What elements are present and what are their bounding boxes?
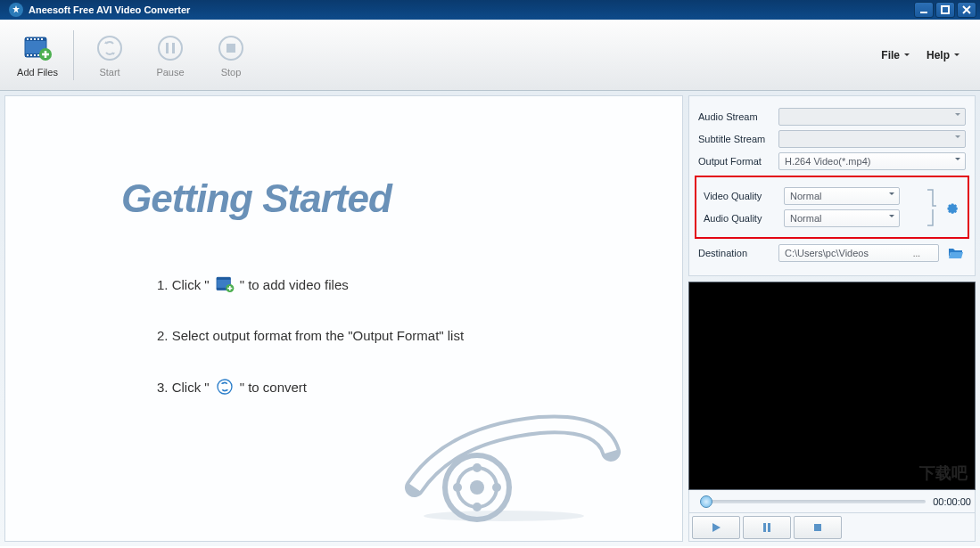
svg-point-20	[98, 37, 121, 60]
audio-stream-select[interactable]	[778, 108, 966, 126]
add-files-button[interactable]: Add Files	[11, 28, 64, 83]
video-preview: 下载吧	[688, 282, 976, 490]
start-icon	[95, 33, 125, 63]
app-icon	[9, 3, 23, 17]
step-2: 2. Select output format from the "Output…	[157, 328, 646, 343]
svg-point-36	[473, 463, 482, 472]
seek-thumb[interactable]	[700, 495, 712, 508]
svg-rect-25	[226, 44, 235, 53]
titlebar: Aneesoft Free AVI Video Converter	[0, 0, 980, 20]
seek-bar: 00:00:00	[688, 490, 976, 513]
destination-field[interactable]: C:\Users\pc\Videos ...	[778, 244, 939, 262]
svg-point-32	[218, 380, 232, 394]
add-files-label: Add Files	[17, 67, 58, 78]
svg-rect-14	[34, 54, 36, 56]
chevron-down-icon	[954, 111, 961, 119]
watermark-text: 下载吧	[919, 462, 968, 484]
toolbar: Add Files Start Pause Stop File	[0, 20, 980, 91]
step-1: 1. Click " " to add video files	[157, 274, 646, 294]
audio-quality-select[interactable]: Normal	[784, 209, 900, 227]
stop-label: Stop	[221, 67, 242, 78]
pause-icon	[762, 522, 772, 533]
file-menu-label: File	[881, 49, 900, 61]
destination-label: Destination	[698, 248, 771, 258]
help-menu-label: Help	[926, 49, 950, 61]
video-quality-label: Video Quality	[704, 191, 777, 201]
file-menu[interactable]: File	[881, 49, 910, 61]
ellipsis-icon: ...	[913, 249, 920, 258]
settings-panel: Audio Stream Subtitle Stream Output Form…	[688, 95, 976, 276]
quality-settings-button[interactable]	[943, 199, 960, 217]
stop-playback-button[interactable]	[794, 516, 842, 539]
svg-rect-27	[217, 277, 231, 280]
close-button[interactable]	[957, 2, 976, 18]
stop-icon	[216, 33, 246, 63]
gear-icon	[943, 200, 959, 216]
svg-rect-1	[942, 6, 949, 13]
step-3: 3. Click " " to convert	[157, 377, 646, 397]
getting-started-title: Getting Started	[121, 176, 646, 221]
svg-point-37	[473, 503, 482, 511]
svg-rect-43	[814, 524, 821, 531]
pause-icon	[155, 33, 185, 63]
svg-rect-15	[37, 54, 39, 56]
svg-point-38	[453, 483, 462, 492]
convert-inline-icon	[215, 377, 235, 397]
play-button[interactable]	[692, 516, 740, 539]
svg-point-39	[492, 483, 501, 492]
pause-button[interactable]: Pause	[144, 28, 197, 83]
svg-rect-9	[37, 38, 39, 40]
output-format-label: Output Format	[698, 156, 771, 167]
time-label: 00:00:00	[933, 496, 971, 507]
chevron-down-icon	[954, 156, 961, 163]
getting-started-panel: Getting Started 1. Click " " to add vide…	[4, 95, 683, 542]
browse-folder-button[interactable]	[946, 244, 966, 262]
maximize-button[interactable]	[935, 2, 955, 18]
audio-quality-label: Audio Quality	[704, 213, 777, 224]
subtitle-stream-select[interactable]	[778, 130, 966, 148]
chevron-down-icon	[953, 52, 960, 59]
pause-playback-button[interactable]	[743, 516, 791, 539]
minimize-button[interactable]	[914, 2, 934, 18]
play-icon	[711, 522, 721, 533]
chevron-down-icon	[903, 52, 910, 59]
svg-rect-12	[27, 54, 29, 56]
svg-point-21	[159, 37, 182, 60]
start-button[interactable]: Start	[83, 28, 136, 83]
svg-rect-42	[768, 523, 770, 532]
pause-label: Pause	[156, 67, 184, 78]
video-quality-select[interactable]: Normal	[784, 187, 900, 205]
svg-rect-22	[166, 43, 169, 53]
output-format-select[interactable]: H.264 Video(*.mp4)	[778, 152, 966, 170]
chevron-down-icon	[954, 134, 961, 141]
add-files-inline-icon	[215, 274, 235, 294]
svg-rect-23	[172, 43, 175, 53]
svg-rect-8	[34, 38, 36, 40]
start-label: Start	[99, 67, 119, 78]
folder-open-icon	[948, 246, 964, 260]
side-panel: Audio Stream Subtitle Stream Output Form…	[688, 95, 976, 542]
svg-point-35	[470, 480, 484, 495]
svg-rect-6	[27, 38, 29, 40]
stop-icon	[812, 522, 823, 533]
app-title: Aneesoft Free AVI Video Converter	[29, 4, 914, 15]
bracket-icon	[925, 188, 939, 227]
seek-track[interactable]	[700, 500, 926, 503]
subtitle-stream-label: Subtitle Stream	[698, 134, 771, 144]
chevron-down-icon	[888, 213, 895, 220]
audio-stream-label: Audio Stream	[698, 111, 771, 122]
stop-button[interactable]: Stop	[204, 28, 258, 83]
svg-rect-7	[30, 38, 32, 40]
svg-point-40	[424, 511, 584, 521]
quality-highlight: Video Quality Normal Audio Quality Norma…	[695, 176, 969, 239]
separator	[73, 30, 74, 80]
play-controls	[688, 513, 976, 542]
add-files-icon	[22, 33, 53, 63]
chevron-down-icon	[888, 191, 895, 198]
help-menu[interactable]: Help	[926, 49, 960, 61]
svg-rect-41	[763, 523, 766, 532]
svg-rect-10	[41, 38, 43, 40]
film-decoration	[379, 398, 629, 523]
svg-rect-13	[30, 54, 32, 56]
